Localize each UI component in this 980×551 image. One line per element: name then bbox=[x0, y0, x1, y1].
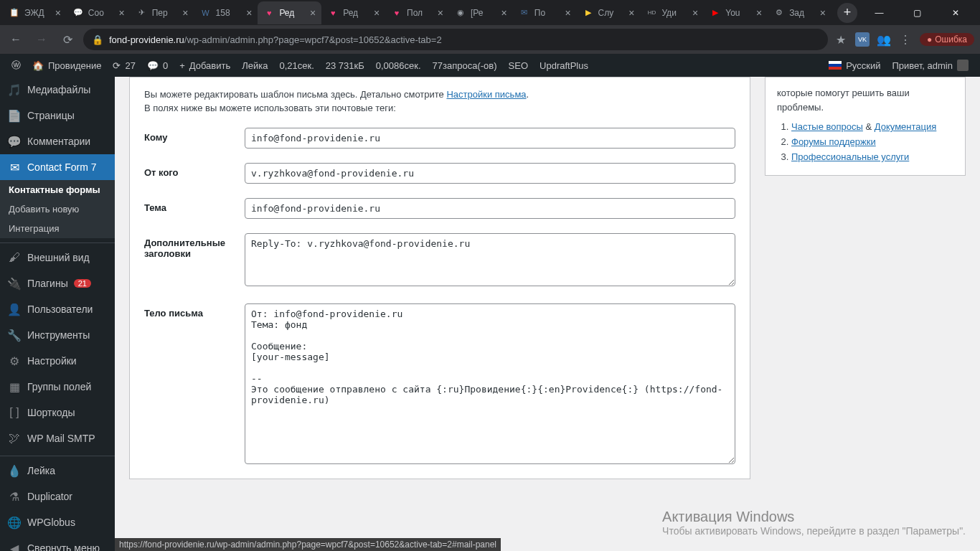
faq-link[interactable]: Частые вопросы bbox=[791, 121, 863, 132]
browser-tab[interactable]: ▶Слу× bbox=[577, 1, 641, 24]
sidebar-item-wpmail[interactable]: 🕊WP Mail SMTP bbox=[0, 425, 115, 451]
browser-tab[interactable]: 💬Coo× bbox=[67, 1, 131, 24]
extension-icon[interactable]: ★ bbox=[834, 32, 848, 47]
adminbar-seo[interactable]: SEO bbox=[503, 54, 534, 77]
language-switcher[interactable]: Русский bbox=[823, 54, 886, 77]
url-path: /wp-admin/admin.php?page=wpcf7&post=1065… bbox=[184, 34, 442, 45]
tab-close-icon[interactable]: × bbox=[756, 7, 762, 19]
browser-tab[interactable]: ✈Пер× bbox=[131, 1, 194, 24]
add-new[interactable]: +Добавить bbox=[174, 54, 236, 77]
adminbar-updraft[interactable]: UpdraftPlus bbox=[534, 54, 594, 77]
maximize-button[interactable]: ▢ bbox=[901, 2, 933, 24]
body-textarea[interactable] bbox=[245, 303, 735, 464]
vk-extension-icon[interactable]: VK bbox=[855, 32, 870, 47]
sidebar-item-comments[interactable]: 💬Комментарии bbox=[0, 128, 115, 154]
tab-close-icon[interactable]: × bbox=[438, 7, 443, 19]
sidebar-subitem-forms[interactable]: Контактные формы bbox=[0, 180, 115, 199]
services-link[interactable]: Профессиональные услуги bbox=[791, 151, 909, 162]
menu-separator bbox=[0, 240, 115, 243]
sidebar-item-pages[interactable]: 📄Страницы bbox=[0, 103, 115, 128]
sidebar-item-tools[interactable]: 🔧Инструменты bbox=[0, 322, 115, 348]
intro-text-1: Вы можете редактировать шаблон письма зд… bbox=[144, 89, 735, 100]
error-label: Ошибка bbox=[935, 34, 967, 44]
extension-icon[interactable]: 👥 bbox=[877, 32, 891, 47]
tab-close-icon[interactable]: × bbox=[310, 7, 316, 19]
users-icon: 👤 bbox=[7, 302, 22, 316]
tab-close-icon[interactable]: × bbox=[119, 7, 125, 19]
mail-settings-link[interactable]: Настройки письма bbox=[446, 89, 526, 100]
browser-tab[interactable]: HDУди× bbox=[640, 1, 704, 24]
tab-favicon-icon: ◉ bbox=[455, 7, 466, 19]
sidebar-item-wpglobus[interactable]: 🌐WPGlobus bbox=[0, 509, 115, 535]
browser-tab[interactable]: 📋ЭЖД× bbox=[3, 1, 67, 24]
adminbar-time[interactable]: 0,21сек. bbox=[273, 54, 319, 77]
error-badge[interactable]: ●Ошибка bbox=[920, 33, 974, 46]
minimize-button[interactable]: — bbox=[863, 2, 895, 24]
url-field[interactable]: 🔒 fond-providenie.ru/wp-admin/admin.php?… bbox=[83, 29, 828, 50]
browser-tab[interactable]: ▶You× bbox=[704, 1, 768, 24]
close-window-button[interactable]: ✕ bbox=[939, 2, 971, 24]
tab-favicon-icon: 💬 bbox=[72, 7, 84, 19]
sidebar-item-field-groups[interactable]: ▦Группы полей bbox=[0, 374, 115, 400]
subject-label: Тема bbox=[144, 198, 245, 219]
new-tab-button[interactable]: + bbox=[837, 3, 857, 23]
browser-tab[interactable]: ✉По× bbox=[513, 1, 577, 24]
tab-close-icon[interactable]: × bbox=[246, 7, 252, 19]
browser-tab[interactable]: ⚙Зад× bbox=[768, 1, 831, 24]
sidebar-item-duplicator[interactable]: ⚗Duplicator bbox=[0, 484, 115, 509]
tab-close-icon[interactable]: × bbox=[501, 7, 507, 19]
admin-sidebar: 🎵Медиафайлы 📄Страницы 💬Комментарии ✉Cont… bbox=[0, 77, 115, 551]
sidebar-item-leyka[interactable]: 💧Лейка bbox=[0, 458, 115, 484]
adminbar-leyka[interactable]: Лейка bbox=[236, 54, 273, 77]
comments-count[interactable]: 💬0 bbox=[141, 54, 174, 77]
adminbar-queries[interactable]: 77запроса(-ов) bbox=[427, 54, 503, 77]
browser-tab[interactable]: ♥Ред× bbox=[321, 1, 385, 24]
tab-close-icon[interactable]: × bbox=[55, 7, 61, 19]
forward-button[interactable]: → bbox=[32, 29, 52, 50]
plugin-icon: 🔌 bbox=[7, 276, 22, 291]
extension-icon[interactable]: ⋮ bbox=[898, 32, 913, 47]
sidebar-subitem-integration[interactable]: Интеграция bbox=[0, 219, 115, 238]
subject-input[interactable] bbox=[245, 198, 735, 219]
updates-count[interactable]: ⟳27 bbox=[107, 54, 141, 77]
tab-close-icon[interactable]: × bbox=[820, 7, 826, 19]
to-input[interactable] bbox=[245, 128, 735, 149]
plus-icon: + bbox=[179, 60, 185, 71]
tab-close-icon[interactable]: × bbox=[692, 7, 698, 19]
wp-logo[interactable]: ⓦ bbox=[6, 54, 27, 77]
headers-textarea[interactable] bbox=[245, 233, 735, 286]
from-input[interactable] bbox=[245, 163, 735, 184]
sidebar-item-users[interactable]: 👤Пользователи bbox=[0, 296, 115, 322]
adminbar-dbtime[interactable]: 0,0086сек. bbox=[370, 54, 427, 77]
media-icon: 🎵 bbox=[7, 83, 22, 97]
sidebar-item-appearance[interactable]: 🖌Внешний вид bbox=[0, 245, 115, 270]
tab-close-icon[interactable]: × bbox=[374, 7, 380, 19]
forums-link[interactable]: Форумы поддержки bbox=[791, 136, 876, 147]
tab-close-icon[interactable]: × bbox=[182, 7, 188, 19]
sidebar-subitem-add[interactable]: Добавить новую bbox=[0, 199, 115, 219]
sidebar-item-plugins[interactable]: 🔌Плагины21 bbox=[0, 270, 115, 296]
browser-tab-active[interactable]: ♥Ред× bbox=[258, 1, 321, 24]
from-label: От кого bbox=[144, 163, 245, 184]
site-name[interactable]: 🏠Провидение bbox=[27, 54, 107, 77]
adminbar-memory[interactable]: 23 731кБ bbox=[320, 54, 370, 77]
sidebar-collapse[interactable]: ◀Свернуть меню bbox=[0, 535, 115, 551]
mail-panel: Вы можете редактировать шаблон письма зд… bbox=[129, 77, 750, 479]
browser-tab[interactable]: ◉[Ре× bbox=[449, 1, 513, 24]
sidebar-item-cf7[interactable]: ✉Contact Form 7 bbox=[0, 154, 115, 180]
browser-tab[interactable]: ♥Пол× bbox=[385, 1, 449, 24]
address-bar: ← → ⟳ 🔒 fond-providenie.ru/wp-admin/admi… bbox=[0, 25, 980, 54]
back-button[interactable]: ← bbox=[6, 29, 26, 50]
tab-close-icon[interactable]: × bbox=[628, 7, 634, 19]
sidebar-item-shortcodes[interactable]: [ ]Шорткоды bbox=[0, 400, 115, 425]
home-icon: 🏠 bbox=[32, 60, 44, 71]
url-domain: fond-providenie.ru bbox=[109, 34, 184, 45]
sidebar-item-media[interactable]: 🎵Медиафайлы bbox=[0, 77, 115, 103]
tab-close-icon[interactable]: × bbox=[565, 7, 570, 19]
help-intro: которые помогут решить ваши проблемы. bbox=[777, 86, 953, 114]
docs-link[interactable]: Документация bbox=[875, 121, 937, 132]
browser-tab[interactable]: W158× bbox=[194, 1, 258, 24]
user-greeting[interactable]: Привет, admin bbox=[886, 54, 974, 77]
reload-button[interactable]: ⟳ bbox=[57, 29, 77, 50]
sidebar-item-settings[interactable]: ⚙Настройки bbox=[0, 348, 115, 374]
